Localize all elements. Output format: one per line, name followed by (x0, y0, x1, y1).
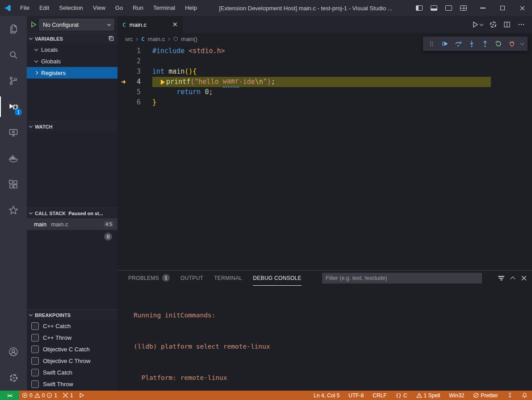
toggle-secondary-sidebar-icon[interactable] (445, 5, 452, 11)
broadcast-status[interactable] (503, 391, 517, 400)
toggle-sidebar-icon[interactable] (416, 5, 423, 11)
call-stack-frame[interactable]: main main.c 4:5 (27, 218, 117, 230)
breakpoint-checkbox[interactable] (31, 369, 39, 376)
group-label: Registers (41, 70, 66, 76)
code-token (164, 67, 168, 77)
disconnect-dropdown[interactable] (519, 38, 525, 50)
tab-terminal[interactable]: TERMINAL (214, 271, 242, 286)
close-button[interactable] (512, 0, 532, 16)
close-icon (520, 6, 525, 11)
breakpoint-checkbox[interactable] (31, 380, 39, 388)
breakpoint-checkbox[interactable] (31, 322, 39, 330)
formatter-status[interactable]: Prettier (469, 391, 503, 400)
menu-edit[interactable]: Edit (34, 0, 54, 16)
remote-indicator[interactable]: >< (0, 391, 19, 400)
variables-section-header[interactable]: VARIABLES (27, 33, 117, 44)
debug-configuration-dropdown[interactable]: No Configurat (39, 19, 114, 30)
debug-console-content[interactable]: Running initCommands: (lldb) platform se… (117, 286, 532, 391)
breakpoint-item[interactable]: C++ Catch (27, 320, 117, 332)
tools-status[interactable]: 1 (60, 391, 76, 400)
settings-gear-icon[interactable] (490, 21, 496, 28)
spell-checker-status[interactable]: 1 Spell (412, 391, 445, 400)
tab-output[interactable]: OUTPUT (180, 271, 203, 286)
split-editor-icon[interactable] (503, 21, 511, 28)
activity-remote-explorer[interactable] (0, 120, 27, 146)
activity-favorites[interactable] (0, 197, 27, 223)
tab-problems[interactable]: PROBLEMS 1 (128, 271, 170, 286)
menu-run[interactable]: Run (128, 0, 148, 16)
activity-extensions[interactable] (0, 171, 27, 197)
frame-file: main.c (51, 221, 68, 228)
variables-group-registers[interactable]: Registers (27, 67, 117, 79)
encoding-indicator[interactable]: UTF-8 (344, 391, 368, 400)
breakpoints-section-header[interactable]: BREAKPOINTS (27, 309, 117, 320)
maximize-panel-icon[interactable] (510, 276, 515, 281)
minimize-button[interactable] (473, 0, 493, 16)
variables-group-locals[interactable]: Locals (27, 44, 117, 55)
breakpoint-item[interactable]: Objective C Throw (27, 355, 117, 367)
restart-button[interactable] (492, 38, 504, 50)
activity-accounts[interactable] (0, 339, 27, 365)
breakpoint-item[interactable]: Swift Throw (27, 378, 117, 390)
tab-debug-console[interactable]: DEBUG CONSOLE (253, 271, 302, 286)
run-or-debug-button[interactable] (472, 21, 483, 28)
menu-file[interactable]: File (15, 0, 34, 16)
activity-run-debug[interactable]: 1 (0, 94, 27, 120)
problems-status[interactable]: 0 0 1 (19, 391, 60, 400)
menu-help[interactable]: Help (180, 0, 202, 16)
cursor-position[interactable]: Ln 4, Col 5 (309, 391, 344, 400)
breadcrumb-symbol[interactable]: main() (181, 36, 197, 42)
breakpoint-margin[interactable] (117, 77, 130, 87)
step-over-button[interactable] (452, 38, 464, 50)
menu-terminal[interactable]: Terminal (148, 0, 180, 16)
remote-explorer-icon (8, 127, 19, 138)
notifications-status[interactable] (517, 391, 532, 400)
start-debugging-icon[interactable] (30, 21, 37, 28)
customize-layout-icon[interactable] (460, 5, 467, 11)
collapse-all-icon[interactable] (108, 35, 115, 42)
console-filter-input[interactable] (322, 273, 482, 283)
debug-status[interactable] (76, 391, 87, 400)
call-stack-section-header[interactable]: CALL STACK Paused on st... (27, 208, 117, 218)
target-platform[interactable]: Win32 (444, 391, 469, 400)
menu-go[interactable]: Go (110, 0, 128, 16)
breakpoint-checkbox[interactable] (31, 357, 39, 365)
breakpoint-margin[interactable] (117, 67, 130, 77)
close-panel-icon[interactable] (521, 275, 527, 281)
breadcrumb-file[interactable]: main.c (148, 36, 165, 42)
language-mode[interactable]: {} C (391, 391, 412, 400)
activity-search[interactable] (0, 42, 27, 68)
toggle-panel-icon[interactable] (431, 5, 437, 11)
remote-icon: >< (7, 393, 12, 398)
breadcrumb-folder[interactable]: src (125, 36, 133, 42)
tab-main-c[interactable]: C main.c ✕ (117, 16, 183, 33)
watch-section-header[interactable]: WATCH (27, 121, 117, 132)
breakpoint-checkbox[interactable] (31, 346, 39, 353)
breakpoint-item[interactable]: Swift Catch (27, 367, 117, 378)
eol-indicator[interactable]: CRLF (368, 391, 391, 400)
more-actions-icon[interactable] (518, 21, 525, 28)
filter-icon[interactable] (498, 275, 504, 282)
step-into-button[interactable] (465, 38, 478, 50)
continue-button[interactable] (439, 38, 451, 50)
activity-explorer[interactable] (0, 16, 27, 42)
breakpoint-margin[interactable] (117, 87, 130, 97)
activity-source-control[interactable] (0, 68, 27, 94)
breakpoint-margin[interactable] (117, 97, 130, 108)
menu-view[interactable]: View (88, 0, 110, 16)
activity-settings[interactable] (0, 365, 27, 391)
tab-close-icon[interactable]: ✕ (172, 21, 178, 29)
step-out-button[interactable] (479, 38, 491, 50)
breakpoint-margin[interactable] (117, 46, 130, 56)
breakpoint-item[interactable]: C++ Throw (27, 332, 117, 343)
breakpoint-item[interactable]: Objective C Catch (27, 343, 117, 355)
disconnect-button[interactable] (506, 38, 518, 50)
variables-group-globals[interactable]: Globals (27, 55, 117, 67)
menu-selection[interactable]: Selection (54, 0, 88, 16)
activity-docker[interactable] (0, 146, 27, 171)
toolbar-drag-handle[interactable] (425, 38, 437, 50)
maximize-button[interactable] (493, 0, 512, 16)
breakpoint-checkbox[interactable] (31, 334, 39, 342)
code-editor[interactable]: 1 #include <stdio.h> 2 3 int main(){ 4 p… (117, 45, 532, 270)
breakpoint-margin[interactable] (117, 56, 130, 67)
